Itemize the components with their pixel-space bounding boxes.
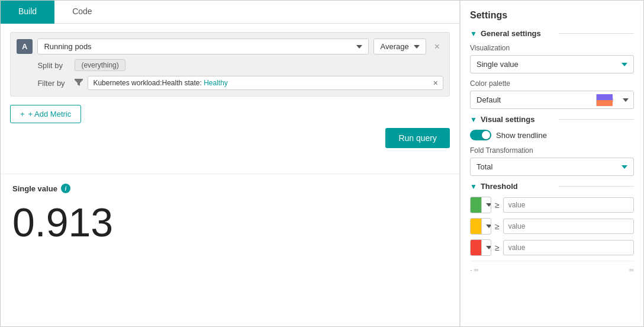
tab-bar: Build Code <box>1 1 459 24</box>
run-query-button[interactable]: Run query <box>385 128 450 148</box>
threshold-green-chevron-icon <box>481 197 491 213</box>
filter-highlight: Healthy <box>204 79 228 87</box>
result-title-row: Single value i <box>12 184 447 193</box>
threshold-section: ▼ Threshold ≥ <box>470 182 634 256</box>
threshold-chevron-icon: ▼ <box>470 182 477 191</box>
metric-top: Running pods Average × <box>37 39 443 54</box>
visual-settings-chevron-icon: ▼ <box>470 116 477 124</box>
single-value-display: 0.913 <box>12 199 447 245</box>
query-area: A Running pods Average × <box>1 24 459 174</box>
fold-transformation-label: Fold Transformation <box>470 146 634 155</box>
metric-letter-label: A <box>17 39 33 54</box>
metric-content: Running pods Average × Split by (everyth… <box>37 39 443 90</box>
visual-settings-header[interactable]: ▼ Visual settings <box>470 115 634 124</box>
threshold-red-chevron-icon <box>481 240 491 255</box>
swatch-purple <box>597 94 613 100</box>
threshold-row-green: ≥ <box>470 197 634 213</box>
info-icon[interactable]: i <box>61 184 70 193</box>
threshold-gte-green: ≥ <box>495 200 500 210</box>
scrollbar-right-label: ∞ <box>629 266 634 273</box>
scrollbar-left-label: - ∞ <box>470 266 479 273</box>
tab-code[interactable]: Code <box>54 1 110 24</box>
color-palette-chevron-icon <box>613 98 633 102</box>
color-palette-value: Default <box>471 91 596 108</box>
threshold-gte-yellow: ≥ <box>495 222 500 231</box>
filter-by-row: Filter by Kubernetes workload:Health sta… <box>37 76 443 90</box>
general-settings-header[interactable]: ▼ General settings <box>470 29 634 38</box>
show-trendline-label: Show trendline <box>496 131 547 140</box>
threshold-input-red[interactable] <box>503 240 634 255</box>
visual-settings-divider <box>559 119 634 120</box>
metric-close-button[interactable]: × <box>431 41 443 53</box>
threshold-gte-red: ≥ <box>495 243 500 252</box>
visualization-field-label: Visualization <box>470 44 634 52</box>
general-settings-divider <box>559 33 634 34</box>
tab-build[interactable]: Build <box>1 1 54 24</box>
aggregation-value: Average <box>380 42 408 51</box>
filter-tag[interactable]: Kubernetes workload:Health state: Health… <box>88 76 443 90</box>
threshold-red-fill <box>471 240 481 255</box>
threshold-color-red-button[interactable] <box>470 239 491 256</box>
general-settings-chevron-icon: ▼ <box>470 30 477 38</box>
filter-icon <box>75 79 83 88</box>
metric-row: A Running pods Average × <box>10 32 450 97</box>
left-panel: Build Code A Running pods Average <box>1 1 460 326</box>
threshold-input-green[interactable] <box>503 197 634 213</box>
split-by-value[interactable]: (everything) <box>75 59 125 71</box>
metric-select[interactable]: Running pods <box>37 39 369 54</box>
visual-settings-label: Visual settings <box>481 115 556 124</box>
result-title-text: Single value <box>12 184 57 193</box>
visualization-select[interactable]: Single value <box>470 55 634 73</box>
run-query-area: Run query <box>10 123 450 150</box>
add-metric-icon: + <box>20 110 25 118</box>
fold-transformation-value: Total <box>476 162 492 171</box>
threshold-green-fill <box>471 197 481 213</box>
threshold-yellow-chevron-icon <box>481 219 491 234</box>
add-metric-button[interactable]: + + Add Metric <box>10 105 81 123</box>
show-trendline-toggle[interactable] <box>470 130 491 140</box>
threshold-yellow-fill <box>471 219 481 234</box>
visualization-chevron-icon <box>622 63 627 66</box>
threshold-row-red: ≥ <box>470 239 634 256</box>
aggregation-select[interactable]: Average <box>373 39 426 54</box>
settings-title: Settings <box>470 10 634 21</box>
general-settings-label: General settings <box>481 29 556 38</box>
threshold-color-green-button[interactable] <box>470 197 491 213</box>
threshold-row-yellow: ≥ <box>470 218 634 235</box>
visualization-value: Single value <box>476 60 519 69</box>
metric-select-text: Running pods <box>44 42 91 51</box>
swatch-orange <box>597 100 613 106</box>
fold-transformation-chevron-icon <box>622 165 627 169</box>
settings-panel: Settings ▼ General settings Visualizatio… <box>460 1 643 326</box>
split-by-row: Split by (everything) <box>37 59 443 71</box>
threshold-input-yellow[interactable] <box>503 219 634 234</box>
add-metric-label: + Add Metric <box>28 110 72 118</box>
threshold-label: Threshold <box>481 182 556 191</box>
threshold-divider <box>559 186 634 187</box>
filter-close-button[interactable]: × <box>433 78 438 88</box>
show-trendline-row: Show trendline <box>470 130 634 140</box>
toggle-knob <box>482 131 490 139</box>
threshold-header[interactable]: ▼ Threshold <box>470 182 634 191</box>
color-palette-field-label: Color palette <box>470 79 634 88</box>
metric-select-chevron-icon <box>356 45 362 49</box>
filter-by-label: Filter by <box>37 79 70 88</box>
split-by-label: Split by <box>37 61 70 70</box>
visual-settings-section: ▼ Visual settings Show trendline Fold Tr… <box>470 115 634 176</box>
filter-tag-text: Kubernetes workload:Health state: Health… <box>93 79 428 87</box>
fold-transformation-select[interactable]: Total <box>470 158 634 176</box>
color-swatches <box>596 94 613 106</box>
color-palette-select[interactable]: Default <box>470 91 634 109</box>
result-area: Single value i 0.913 <box>1 174 459 326</box>
scrollbar-area: - ∞ ∞ <box>470 261 634 273</box>
threshold-color-yellow-button[interactable] <box>470 218 491 235</box>
aggregation-chevron-icon <box>414 45 420 49</box>
